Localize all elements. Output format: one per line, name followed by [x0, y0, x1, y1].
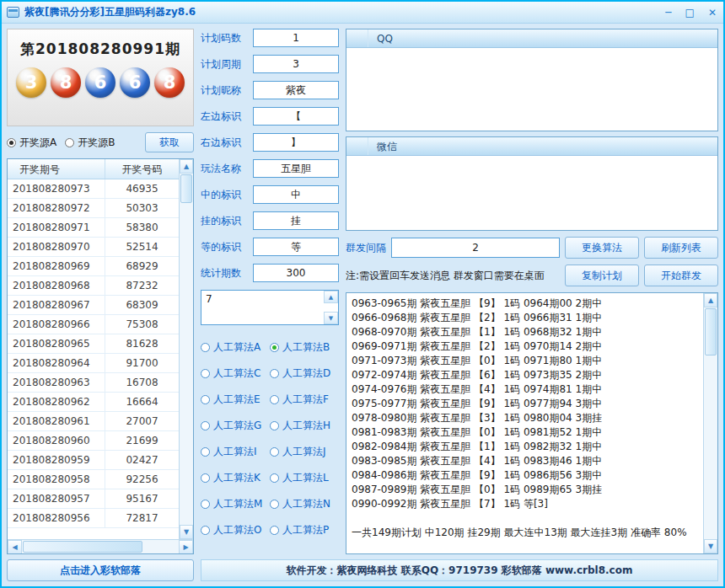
field-label: 计划昵称 — [201, 83, 253, 98]
algorithm-radio[interactable]: 人工算法A — [201, 340, 270, 355]
field-input[interactable]: 中 — [253, 185, 339, 204]
algorithm-radio[interactable]: 人工算法O — [201, 523, 270, 537]
plan-output[interactable]: 0963-0965期 紫夜五星胆 【9】 1码 0964期00 2期中0966-… — [346, 293, 703, 553]
enter-community-button[interactable]: 点击进入彩软部落 — [7, 559, 194, 581]
radio-unchecked-icon — [270, 421, 279, 430]
table-horizontal-scrollbar[interactable]: ◀ ▶ — [8, 539, 193, 553]
algorithm-label: 人工算法D — [282, 366, 330, 381]
plan-vertical-scrollbar[interactable]: ▲ ▼ — [703, 293, 717, 553]
algorithm-radio[interactable]: 人工算法J — [270, 445, 339, 459]
qq-list[interactable]: QQ — [346, 29, 718, 131]
table-row[interactable]: 201808280961 27007 — [8, 412, 179, 431]
scrollbar-thumb[interactable] — [705, 308, 717, 355]
source-b-radio[interactable]: 开奖源B — [65, 136, 115, 150]
col-header-number[interactable]: 开奖号码 — [105, 159, 179, 179]
table-row[interactable]: 201808280958 92256 — [8, 470, 179, 489]
table-row[interactable]: 201808280970 52514 — [8, 238, 179, 257]
table-row[interactable]: 201808280960 21699 — [8, 431, 179, 451]
cell-number: 92256 — [105, 473, 179, 485]
qq-list-body[interactable] — [346, 48, 717, 131]
table-row[interactable]: 201808280972 50303 — [8, 199, 179, 218]
wechat-list-body[interactable] — [346, 156, 717, 230]
maximize-icon[interactable]: □ — [685, 6, 695, 19]
algorithm-radio[interactable]: 人工算法K — [201, 471, 270, 485]
digit-spinner[interactable]: 7 ▲ ▼ — [201, 290, 339, 325]
col-header-period[interactable]: 开奖期号 — [8, 159, 105, 179]
algorithm-radio[interactable]: 人工算法P — [270, 523, 339, 537]
plan-line: 一共149期计划 中120期 挂29期 最大连中13期 最大连挂3期 准确率 8… — [352, 526, 698, 540]
table-row[interactable]: 201808280962 16664 — [8, 393, 179, 412]
table-row[interactable]: 201808280971 58380 — [8, 218, 179, 238]
algorithm-radio[interactable]: 人工算法M — [201, 497, 270, 511]
setting-field: 计划昵称 紫夜 — [201, 81, 339, 99]
table-row[interactable]: 201808280957 95167 — [8, 489, 179, 509]
setting-field: 等的标识 等 — [201, 238, 339, 256]
title-bar[interactable]: 紫夜[腾讯分分彩]五星胆码利器zy8.6 ─ □ ✕ — [2, 2, 723, 24]
scroll-down-icon[interactable]: ▼ — [180, 525, 193, 539]
copy-plan-button[interactable]: 复制计划 — [565, 265, 639, 286]
setting-field: 右边标识 】 — [201, 133, 339, 152]
table-row[interactable]: 201808280973 46935 — [8, 179, 179, 199]
spinner-up-icon[interactable]: ▲ — [324, 291, 338, 303]
plan-line: 0972-0974期 紫夜五星胆 【6】 1码 0973期35 2期中 — [352, 368, 698, 382]
scrollbar-track[interactable] — [143, 540, 179, 553]
field-input[interactable]: 挂 — [253, 211, 339, 230]
spinner-down-icon[interactable]: ▼ — [324, 312, 338, 324]
scroll-up-icon[interactable]: ▲ — [704, 293, 717, 307]
refresh-list-button[interactable]: 刷新列表 — [644, 237, 718, 259]
scroll-down-icon[interactable]: ▼ — [704, 539, 717, 553]
wechat-header-label[interactable]: 微信 — [368, 137, 397, 156]
algorithm-radio[interactable]: 人工算法E — [201, 393, 270, 407]
scroll-left-icon[interactable]: ◀ — [8, 540, 22, 554]
algorithm-label: 人工算法O — [213, 523, 261, 537]
minimize-icon[interactable]: ─ — [665, 6, 671, 19]
table-row[interactable]: 201808280966 75308 — [8, 315, 179, 334]
algorithm-radio[interactable]: 人工算法B — [270, 340, 339, 355]
scroll-up-icon[interactable]: ▲ — [180, 159, 193, 174]
field-input[interactable]: 【 — [253, 107, 339, 126]
algorithm-radio[interactable]: 人工算法H — [270, 419, 339, 433]
table-row[interactable]: 201808280965 81628 — [8, 334, 179, 354]
start-broadcast-button[interactable]: 开始群发 — [644, 265, 718, 286]
scrollbar-thumb[interactable] — [23, 541, 142, 553]
algorithm-radio[interactable]: 人工算法D — [270, 366, 339, 381]
field-input[interactable]: 】 — [253, 133, 339, 152]
interval-input[interactable]: 2 — [391, 238, 560, 258]
table-row[interactable]: 201808280959 02427 — [8, 451, 179, 470]
table-row[interactable]: 201808280967 68309 — [8, 296, 179, 315]
algorithm-radio[interactable]: 人工算法L — [270, 471, 339, 485]
algorithm-radio[interactable]: 人工算法G — [201, 419, 270, 433]
source-a-radio[interactable]: 开奖源A — [7, 136, 56, 150]
field-input[interactable]: 等 — [253, 238, 339, 256]
draw-source-row: 开奖源A 开奖源B 获取 — [7, 131, 194, 153]
qq-header-label[interactable]: QQ — [368, 29, 393, 48]
field-input[interactable]: 1 — [253, 29, 339, 47]
algorithm-radio[interactable]: 人工算法F — [270, 393, 339, 407]
table-row[interactable]: 201808280963 16708 — [8, 373, 179, 393]
scrollbar-track[interactable] — [704, 356, 717, 539]
wechat-list[interactable]: 微信 — [346, 136, 718, 231]
table-vertical-scrollbar[interactable]: ▲ ▼ — [179, 159, 193, 539]
field-input[interactable]: 3 — [253, 55, 339, 73]
field-input[interactable]: 五星胆 — [253, 159, 339, 178]
table-row[interactable]: 201808280964 91700 — [8, 354, 179, 373]
algorithm-radio[interactable]: 人工算法N — [270, 497, 339, 511]
scroll-right-icon[interactable]: ▶ — [179, 540, 193, 554]
table-row[interactable]: 201808280969 68929 — [8, 257, 179, 276]
radio-unchecked-icon — [65, 138, 74, 147]
scrollbar-thumb[interactable] — [180, 174, 192, 203]
field-input[interactable]: 300 — [253, 264, 339, 282]
field-label: 统计期数 — [201, 266, 253, 281]
scrollbar-track[interactable] — [180, 204, 193, 525]
algorithm-label: 人工算法G — [213, 419, 261, 433]
cell-number: 27007 — [105, 415, 179, 427]
close-icon[interactable]: ✕ — [708, 6, 717, 19]
table-row[interactable]: 201808280968 87232 — [8, 276, 179, 296]
algorithm-radio[interactable]: 人工算法C — [201, 366, 270, 381]
table-row[interactable]: 201808280956 72817 — [8, 509, 179, 528]
change-algorithm-button[interactable]: 更换算法 — [565, 237, 639, 259]
spinner-value[interactable]: 7 — [201, 291, 324, 324]
fetch-button[interactable]: 获取 — [145, 132, 194, 152]
field-input[interactable]: 紫夜 — [253, 81, 339, 99]
algorithm-radio[interactable]: 人工算法I — [201, 445, 270, 459]
